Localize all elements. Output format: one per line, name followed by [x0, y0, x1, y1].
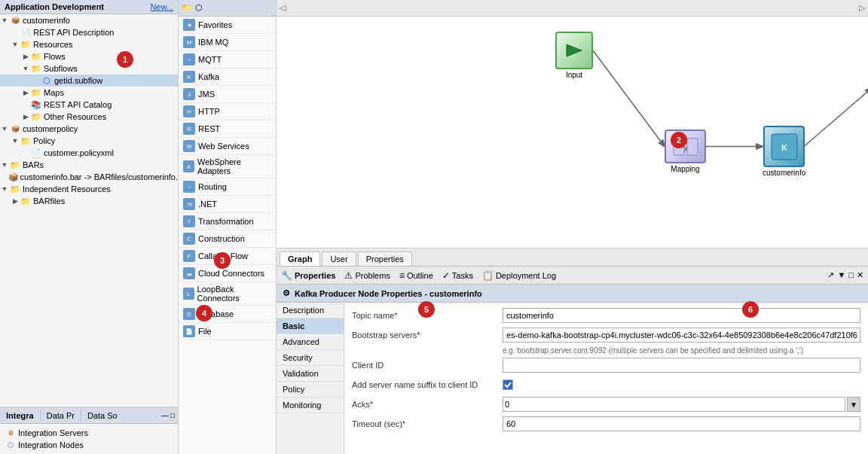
tree-item-flows[interactable]: ▶📁Flows — [0, 50, 178, 62]
bottom-left-minimize[interactable]: — — [161, 411, 169, 419]
palette-item-web-services[interactable]: WWeb Services — [179, 138, 276, 155]
palette-item-cloud-connectors[interactable]: ☁Cloud Connectors — [179, 265, 276, 282]
tree-item-customerpolicy[interactable]: ▼📦customerpolicy — [0, 123, 178, 135]
props-toolbar-icon-tasks: ✓ — [442, 270, 450, 281]
tree-item-other-resources[interactable]: ▶📁Other Resources — [0, 111, 178, 123]
tree-icon-customerinfo-bar: 📦 — [8, 172, 19, 182]
tree-item-rest-api-desc[interactable]: 📄REST API Description — [0, 26, 178, 38]
palette-item-http[interactable]: HHTTP — [179, 103, 276, 120]
integra-tab[interactable]: Integra — [0, 410, 41, 422]
new-link[interactable]: New... — [150, 2, 173, 11]
palette-icon-file: 📄 — [183, 325, 195, 337]
canvas-tab-user[interactable]: User — [322, 251, 356, 266]
palette-item-file[interactable]: 📄File — [179, 323, 276, 340]
form-input-timeout[interactable] — [503, 416, 860, 431]
palette-item-jms[interactable]: JJMS — [179, 86, 276, 103]
tree-toggle-customerpolicy[interactable]: ▼ — [0, 125, 9, 133]
tree-toggle-barfiles[interactable]: ▶ — [11, 197, 20, 205]
props-nav-basic[interactable]: Basic — [277, 318, 344, 334]
tree-item-barfiles[interactable]: ▶📁BARfiles — [0, 195, 178, 207]
palette-toolbar-icon2[interactable]: ⬡ — [195, 3, 203, 13]
props-nav-description[interactable]: Description — [277, 303, 344, 318]
palette-item-rest[interactable]: RREST — [179, 120, 276, 138]
flow-node-customerinfo[interactable]: Kcustomerinfo — [763, 126, 805, 177]
palette-item-websphere-adapters[interactable]: AWebSphere Adapters — [179, 155, 276, 178]
props-nav-advanced[interactable]: Advanced — [277, 334, 344, 350]
palette-item-database[interactable]: DDatabase — [179, 306, 276, 323]
form-select-acks[interactable] — [503, 397, 845, 412]
tree-icon-other-resources: 📁 — [30, 111, 42, 122]
tree-item-customer-policy-xml[interactable]: 📄customer.policyxml — [0, 147, 178, 159]
props-toolbar-properties[interactable]: 🔧Properties — [281, 270, 335, 281]
palette-item-ibm-mq[interactable]: MIBM MQ — [179, 34, 276, 51]
svg-line-2 — [804, 88, 868, 147]
props-toolbar-deployment-log[interactable]: 📋Deployment Log — [482, 270, 556, 281]
canvas-tab-properties[interactable]: Properties — [358, 251, 412, 266]
props-toolbar-right-btn-2[interactable]: □ — [848, 270, 854, 280]
props-nav-policy[interactable]: Policy — [277, 382, 344, 398]
palette-item-favorites[interactable]: ★Favorites — [179, 17, 276, 34]
props-toolbar-right-btn-1[interactable]: ▼ — [837, 270, 845, 280]
tree-item-getid-subflow[interactable]: ⬡getid.subflow — [0, 75, 178, 87]
integration-nodes-item[interactable]: ⬡ Integration Nodes — [5, 439, 173, 451]
tree-icon-barfiles: 📁 — [20, 196, 32, 206]
props-toolbar-outline[interactable]: ≡Outline — [399, 270, 433, 281]
form-input-topic-name[interactable] — [503, 308, 860, 323]
palette-item-mqtt[interactable]: ~MQTT — [179, 51, 276, 69]
tree-toggle-policy[interactable]: ▼ — [11, 137, 20, 145]
palette-icon-callable-flow: F — [183, 250, 195, 262]
palette-item-.net[interactable]: .N.NET — [179, 196, 276, 213]
tree-toggle-subflows[interactable]: ▼ — [21, 65, 30, 72]
props-toolbar-tasks[interactable]: ✓Tasks — [442, 270, 473, 281]
props-toolbar-right-btn-0[interactable]: ↗ — [827, 270, 834, 280]
tree-item-resources[interactable]: ▼📁Resources — [0, 38, 178, 50]
form-checkbox-server-suffix[interactable] — [503, 379, 513, 390]
bottom-left-maximize[interactable]: □ — [170, 411, 175, 419]
palette-icon-construction: C — [183, 233, 195, 245]
form-label-timeout: Timeout (sec)* — [352, 419, 503, 428]
tree-toggle-maps[interactable]: ▶ — [21, 89, 30, 96]
node-icon-customerinfo: K — [763, 126, 805, 167]
tree-item-independent-resources[interactable]: ▼📁Independent Resources — [0, 183, 178, 195]
props-nav-security[interactable]: Security — [277, 350, 344, 366]
flow-node-input[interactable]: Input — [555, 32, 593, 79]
props-toolbar-right-btn-3[interactable]: ✕ — [857, 270, 863, 280]
tree-item-policy[interactable]: ▼📁Policy — [0, 135, 178, 147]
palette-icon-websphere-adapters: A — [183, 160, 194, 172]
flow-node-mapping[interactable]: Mapping — [665, 129, 706, 173]
data-pr-tab[interactable]: Data Pr — [41, 410, 81, 422]
props-toolbar-problems[interactable]: ⚠Problems — [344, 270, 390, 281]
integration-servers-item[interactable]: 🖥 Integration Servers — [5, 427, 173, 439]
tree-item-bars[interactable]: ▼📁BARs — [0, 159, 178, 171]
palette-toolbar-icon1[interactable]: 📁 — [182, 3, 192, 13]
tree-item-customerinfo[interactable]: ▼📦customerinfo — [0, 14, 178, 26]
props-nav-validation[interactable]: Validation — [277, 366, 344, 382]
tree-item-maps[interactable]: ▶📁Maps — [0, 87, 178, 99]
form-hint-bootstrap-hint: e.g. bootstrap.server.com:9092 (multiple… — [503, 346, 860, 355]
tree-toggle-independent-resources[interactable]: ▼ — [0, 185, 9, 193]
palette-item-kafka[interactable]: KKafka — [179, 69, 276, 86]
palette-item-transformation[interactable]: TTransformation — [179, 213, 276, 230]
tree-item-rest-api-catalog[interactable]: 📚REST API Catalog — [0, 99, 178, 111]
palette-icon-cloud-connectors: ☁ — [183, 267, 195, 279]
palette-icon-mqtt: ~ — [183, 53, 195, 66]
tree-toggle-flows[interactable]: ▶ — [21, 53, 30, 60]
tree-toggle-bars[interactable]: ▼ — [0, 161, 9, 169]
palette-item-callable-flow[interactable]: FCallable Flow — [179, 248, 276, 265]
form-input-client-id[interactable] — [503, 358, 860, 373]
palette-item-routing[interactable]: →Routing — [179, 178, 276, 196]
tree-toggle-other-resources[interactable]: ▶ — [21, 113, 30, 120]
tree-item-customerinfo-bar[interactable]: 📦customerinfo.bar -> BARfiles/customerin… — [0, 171, 178, 183]
palette-item-construction[interactable]: CConstruction — [179, 230, 276, 248]
form-input-bootstrap-servers[interactable] — [503, 328, 860, 343]
data-so-tab[interactable]: Data So — [81, 410, 124, 422]
props-nav-monitoring[interactable]: Monitoring — [277, 398, 344, 413]
palette-item-loopback-connectors[interactable]: LLoopBack Connectors — [179, 282, 276, 306]
canvas-tab-graph[interactable]: Graph — [280, 251, 320, 266]
form-select-btn-acks[interactable]: ▼ — [847, 397, 860, 412]
tree-toggle-customerinfo[interactable]: ▼ — [0, 17, 9, 24]
tree-item-subflows[interactable]: ▼📁Subflows — [0, 62, 178, 75]
svg-text:K: K — [781, 143, 787, 152]
tree-toggle-resources[interactable]: ▼ — [11, 41, 20, 48]
palette-icon-transformation: T — [183, 215, 195, 227]
